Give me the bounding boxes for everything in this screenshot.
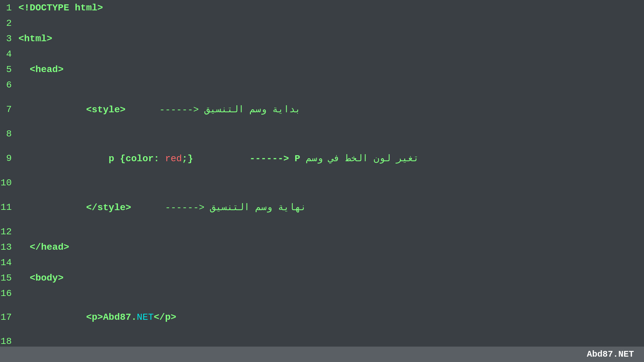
line-number-8: 8	[0, 129, 18, 139]
line-number-9: 9	[0, 153, 18, 164]
line-14: 14	[0, 255, 644, 270]
code-editor: 1 <!DOCTYPE html> 2 3 <html> 4 5 <head> …	[0, 0, 644, 362]
line-content-1: <!DOCTYPE html>	[18, 3, 644, 13]
arrow-7: ------>	[125, 105, 204, 115]
line-number-6: 6	[0, 80, 18, 90]
line-number-11: 11	[0, 202, 18, 213]
line-number-2: 2	[0, 18, 18, 28]
line-6: 6	[0, 77, 644, 93]
arrow-11: ------>	[131, 202, 210, 213]
comment-7: بداية وسم التنسيق	[205, 105, 301, 115]
line-17: 17 <p>Abd87.NET</p>	[0, 301, 644, 334]
line-12: 12	[0, 224, 644, 239]
status-bar: Abd87.NET	[0, 347, 644, 362]
line-content-5: <head>	[18, 64, 644, 75]
css-close: ;} ------> P	[182, 154, 306, 164]
line-content-3: <html>	[18, 34, 644, 44]
p-close: </p>	[154, 312, 176, 322]
line-1: 1 <!DOCTYPE html>	[0, 0, 644, 15]
line-number-3: 3	[0, 34, 18, 44]
tag-style-open: <style>	[63, 105, 125, 115]
line-number-10: 10	[0, 178, 18, 188]
line-13: 13 </head>	[0, 239, 644, 255]
line-number-15: 15	[0, 273, 18, 283]
line-number-5: 5	[0, 64, 18, 75]
line-9: 9 p {color: red;} ------> P تغير لون الخ…	[0, 141, 644, 175]
line-7: 7 <style> ------> بداية وسم التنسيق	[0, 93, 644, 126]
line-8: 8	[0, 126, 644, 141]
line-number-7: 7	[0, 104, 18, 115]
tag-style-close: </style>	[63, 202, 131, 213]
p-open: <p>Abd87.	[63, 312, 137, 322]
line-15: 15 <body>	[0, 270, 644, 286]
line-content-7: <style> ------> بداية وسم التنسيق	[18, 93, 644, 125]
line-number-16: 16	[0, 288, 18, 299]
line-3: 3 <html>	[0, 31, 644, 46]
line-content-11: </style> ------> نهاية وسم التنسيق	[18, 191, 644, 223]
comment-9: تغير لون الخط في وسم	[306, 154, 419, 164]
line-number-14: 14	[0, 257, 18, 268]
line-4: 4	[0, 46, 644, 62]
line-number-4: 4	[0, 49, 18, 59]
p-selector: p {color:	[63, 154, 165, 164]
line-content-17: <p>Abd87.NET</p>	[18, 302, 644, 333]
line-11: 11 </style> ------> نهاية وسم التنسيق	[0, 190, 644, 224]
line-2: 2	[0, 15, 644, 31]
line-content-13: </head>	[18, 242, 644, 252]
line-content-15: <body>	[18, 273, 644, 283]
line-5: 5 <head>	[0, 62, 644, 77]
line-number-17: 17	[0, 312, 18, 322]
status-brand: Abd87.NET	[587, 349, 634, 359]
color-value: red	[165, 154, 182, 164]
line-number-13: 13	[0, 242, 18, 252]
line-number-18: 18	[0, 336, 18, 347]
net-text: NET	[137, 312, 154, 322]
line-content-9: p {color: red;} ------> P تغير لون الخط …	[18, 142, 644, 174]
line-16: 16	[0, 286, 644, 301]
line-number-12: 12	[0, 227, 18, 237]
code-area: 1 <!DOCTYPE html> 2 3 <html> 4 5 <head> …	[0, 0, 644, 362]
comment-11: نهاية وسم التنسيق	[210, 202, 306, 213]
line-number-1: 1	[0, 3, 18, 13]
line-10: 10	[0, 175, 644, 190]
